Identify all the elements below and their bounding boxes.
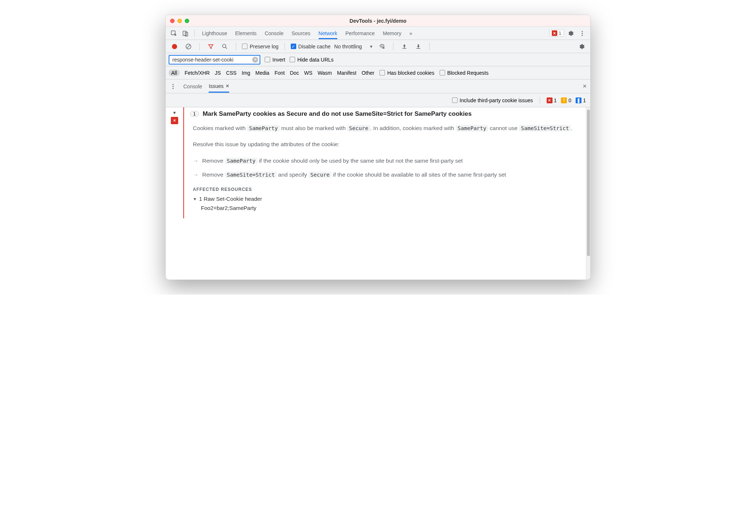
settings-icon[interactable] bbox=[565, 28, 576, 38]
tab-sources[interactable]: Sources bbox=[291, 27, 310, 39]
tab-lighthouse[interactable]: Lighthouse bbox=[202, 27, 227, 39]
error-count: 1 bbox=[559, 30, 561, 36]
affected-resources-label: AFFECTED RESOURCES bbox=[193, 187, 580, 192]
svg-point-5 bbox=[582, 34, 583, 36]
resolution-step-2: → Remove SameSite=Strict and specify Sec… bbox=[193, 170, 580, 180]
checkbox-icon bbox=[379, 70, 385, 75]
download-icon[interactable] bbox=[413, 41, 423, 52]
issue-count-badge: 1 bbox=[190, 111, 199, 117]
separator bbox=[194, 30, 195, 37]
issue-severity-icon: × bbox=[171, 117, 178, 124]
panel-tabs: Lighthouse Elements Console Sources Netw… bbox=[198, 27, 548, 39]
tab-elements[interactable]: Elements bbox=[235, 27, 257, 39]
cookie-value: Foo2=bar2;SameParty bbox=[193, 205, 580, 211]
info-square-icon: ❚ bbox=[576, 97, 581, 103]
window-zoom[interactable] bbox=[185, 19, 189, 23]
svg-rect-1 bbox=[183, 31, 186, 36]
issue-header[interactable]: 1 Mark SameParty cookies as Secure and d… bbox=[190, 110, 580, 118]
type-js[interactable]: JS bbox=[215, 70, 221, 76]
filter-icon[interactable] bbox=[206, 41, 216, 52]
drawer-tab-issues[interactable]: Issues × bbox=[209, 80, 229, 93]
panel-settings-icon[interactable] bbox=[576, 41, 587, 52]
type-filter-bar: All Fetch/XHR JS CSS Img Media Font Doc … bbox=[166, 66, 590, 80]
svg-point-8 bbox=[383, 47, 385, 49]
network-toolbar: Preserve log ✓ Disable cache No throttli… bbox=[166, 40, 590, 53]
window-title: DevTools - jec.fyi/demo bbox=[166, 18, 590, 24]
drawer-more-icon[interactable] bbox=[169, 81, 177, 92]
dropdown-icon: ▼ bbox=[369, 44, 373, 49]
has-blocked-cookies-checkbox[interactable]: Has blocked cookies bbox=[379, 70, 434, 76]
search-icon[interactable] bbox=[220, 41, 230, 52]
scrollbar[interactable] bbox=[586, 107, 590, 280]
svg-point-7 bbox=[223, 44, 226, 48]
filter-input-value: response-header-set-cooki bbox=[172, 57, 234, 63]
info-issues-count[interactable]: ❚ 1 bbox=[576, 97, 586, 103]
error-issues-count[interactable]: × 1 bbox=[547, 97, 557, 103]
svg-point-10 bbox=[173, 86, 174, 87]
window-minimize[interactable] bbox=[177, 19, 182, 23]
issue-resolve-intro: Resolve this issue by updating the attri… bbox=[193, 140, 580, 149]
svg-point-4 bbox=[582, 33, 583, 34]
network-conditions-icon[interactable] bbox=[377, 41, 387, 52]
drawer-tab-console[interactable]: Console bbox=[183, 81, 202, 92]
titlebar: DevTools - jec.fyi/demo bbox=[166, 15, 590, 27]
warning-issues-count[interactable]: ! 0 bbox=[561, 97, 571, 103]
devtools-window: DevTools - jec.fyi/demo Lighthouse Eleme… bbox=[165, 15, 591, 280]
checkbox-icon bbox=[242, 44, 247, 49]
device-toggle-icon[interactable] bbox=[180, 28, 191, 38]
tab-performance[interactable]: Performance bbox=[345, 27, 375, 39]
checkbox-icon bbox=[440, 70, 445, 75]
more-icon[interactable] bbox=[577, 28, 587, 38]
main-toolbar: Lighthouse Elements Console Sources Netw… bbox=[166, 27, 590, 40]
svg-point-3 bbox=[582, 31, 583, 32]
scrollbar-thumb[interactable] bbox=[587, 110, 590, 256]
hide-data-urls-checkbox[interactable]: Hide data URLs bbox=[290, 57, 334, 63]
error-icon: × bbox=[552, 30, 557, 36]
close-drawer-icon[interactable]: × bbox=[583, 82, 587, 90]
filter-input[interactable]: response-header-set-cooki ✕ bbox=[169, 55, 260, 64]
invert-checkbox[interactable]: Invert bbox=[265, 57, 285, 63]
arrow-icon: → bbox=[193, 170, 199, 180]
clear-icon[interactable] bbox=[183, 41, 194, 52]
preserve-log-checkbox[interactable]: Preserve log bbox=[242, 44, 279, 49]
tab-console[interactable]: Console bbox=[265, 27, 283, 39]
traffic-lights bbox=[170, 19, 189, 23]
expand-triangle-icon[interactable]: ▼ bbox=[172, 110, 177, 115]
svg-point-9 bbox=[173, 84, 174, 85]
type-css[interactable]: CSS bbox=[226, 70, 236, 76]
checkbox-checked-icon: ✓ bbox=[291, 44, 296, 49]
type-img[interactable]: Img bbox=[242, 70, 250, 76]
record-button[interactable] bbox=[169, 41, 180, 52]
affected-resource-row[interactable]: ▼ 1 Raw Set-Cookie header bbox=[193, 196, 580, 202]
disable-cache-checkbox[interactable]: ✓ Disable cache bbox=[291, 44, 331, 49]
throttling-select[interactable]: No throttling ▼ bbox=[334, 44, 373, 49]
tab-overflow[interactable]: » bbox=[410, 27, 412, 39]
tab-memory[interactable]: Memory bbox=[383, 27, 401, 39]
checkbox-icon bbox=[452, 97, 458, 103]
type-wasm[interactable]: Wasm bbox=[318, 70, 332, 76]
type-all[interactable]: All bbox=[169, 70, 180, 76]
tab-network[interactable]: Network bbox=[319, 27, 337, 39]
type-ws[interactable]: WS bbox=[304, 70, 313, 76]
error-badge[interactable]: × 1 bbox=[549, 30, 564, 37]
type-other[interactable]: Other bbox=[362, 70, 374, 76]
issue-title: Mark SameParty cookies as Secure and do … bbox=[203, 110, 472, 118]
type-media[interactable]: Media bbox=[256, 70, 269, 76]
type-manifest[interactable]: Manifest bbox=[337, 70, 356, 76]
include-third-party-checkbox[interactable]: Include third-party cookie issues bbox=[452, 97, 533, 103]
resolution-step-1: → Remove SameParty if the cookie should … bbox=[193, 156, 580, 166]
close-tab-icon[interactable]: × bbox=[226, 83, 229, 89]
checkbox-icon bbox=[265, 57, 270, 62]
window-close[interactable] bbox=[170, 19, 175, 23]
drawer-tabs: Console Issues × × bbox=[166, 80, 590, 93]
clear-filter-icon[interactable]: ✕ bbox=[252, 57, 258, 63]
type-font[interactable]: Font bbox=[275, 70, 285, 76]
type-fetch-xhr[interactable]: Fetch/XHR bbox=[185, 70, 210, 76]
arrow-icon: → bbox=[193, 156, 199, 166]
type-doc[interactable]: Doc bbox=[290, 70, 299, 76]
upload-icon[interactable] bbox=[399, 41, 410, 52]
blocked-requests-checkbox[interactable]: Blocked Requests bbox=[440, 70, 489, 76]
issue-body: 1 Mark SameParty cookies as Secure and d… bbox=[183, 107, 586, 218]
inspect-icon[interactable] bbox=[169, 28, 179, 38]
issues-toolbar: Include third-party cookie issues × 1 ! … bbox=[166, 93, 590, 107]
